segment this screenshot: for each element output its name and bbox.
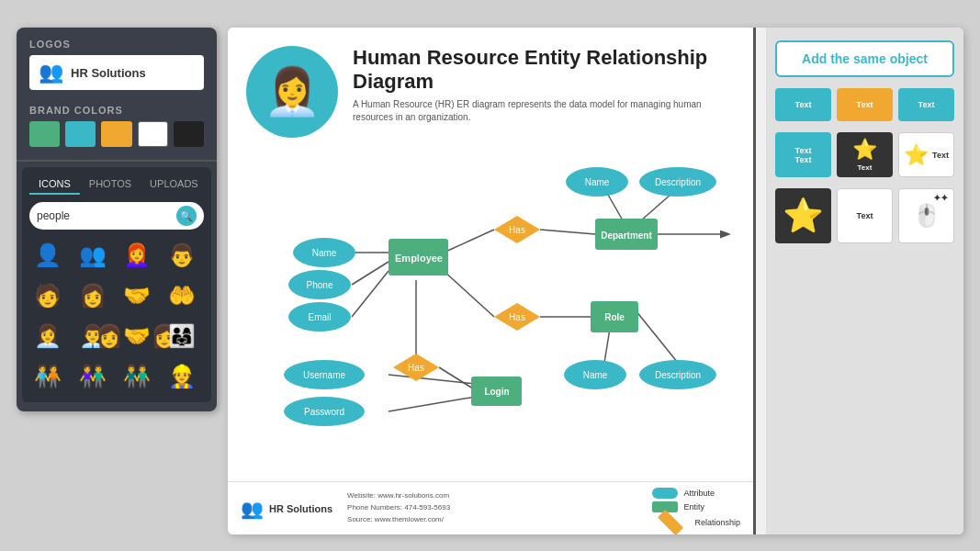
svg-line-2	[352, 271, 389, 317]
svg-text:Email: Email	[308, 312, 331, 322]
footer-legend: Attribute Entity Relationship	[652, 488, 740, 530]
icon-cell-8[interactable]: 🤲	[163, 277, 200, 314]
obj-cell-white-star[interactable]: ⭐ Text	[898, 132, 954, 177]
er-description: A Human Resource (HR) ER diagram represe…	[353, 98, 735, 124]
svg-line-8	[444, 271, 494, 317]
er-photo: 👩‍💼	[246, 46, 338, 138]
obj-label-text: Text	[795, 146, 812, 155]
icon-cell-12[interactable]: 👨‍👩‍👧	[163, 318, 200, 354]
icon-tabs: ICONS PHOTOS UPLOADS	[29, 174, 204, 195]
svg-text:Login: Login	[484, 387, 509, 397]
obj-cell-cyan-2[interactable]: Text	[898, 88, 954, 121]
svg-text:Name: Name	[312, 248, 337, 258]
svg-text:Has: Has	[509, 225, 525, 235]
legend-attribute: Attribute	[652, 488, 740, 499]
svg-line-1	[352, 262, 389, 285]
obj-cell-dark-star[interactable]: ⭐ Text	[837, 132, 893, 177]
icon-cell-7[interactable]: 🤝	[118, 277, 155, 314]
svg-line-13	[439, 367, 476, 390]
icon-cell-15[interactable]: 👬	[118, 358, 155, 395]
swatch-dark[interactable]	[174, 121, 204, 147]
obj-label-text4: Text	[932, 151, 949, 160]
icon-cell-5[interactable]: 🧑	[29, 277, 66, 314]
legend-relationship: Relationship	[652, 515, 740, 530]
obj-cell-dark-bigstar[interactable]: ⭐	[775, 188, 831, 243]
footer-logo-text: HR Solutions	[269, 503, 332, 514]
obj-label-text3: Text	[858, 163, 873, 172]
icon-cell-4[interactable]: 👨	[163, 237, 200, 274]
svg-text:Name: Name	[583, 370, 608, 380]
legend-label-entity: Entity	[683, 502, 704, 512]
legend-box-cyan	[652, 488, 678, 499]
logo-box: 👥 HR Solutions	[29, 55, 204, 90]
object-grid-row2: Text Text ⭐ Text ⭐ Text	[775, 132, 954, 177]
search-button[interactable]: 🔍	[176, 206, 197, 226]
er-area: 👩‍💼 Human Resource Entity Relationship D…	[228, 28, 756, 534]
star-icon-dark: ⭐	[852, 138, 877, 162]
divider	[17, 160, 217, 162]
search-box: 🔍	[29, 202, 204, 230]
icon-cell-6[interactable]: 👩	[74, 277, 111, 314]
icon-cell-9[interactable]: 👩‍💼	[29, 318, 66, 354]
er-footer: 👥 HR Solutions Website: www.hr-solutions…	[228, 481, 753, 534]
logos-section: LOGOS 👥 HR Solutions	[17, 28, 217, 97]
er-title: Human Resource Entity Relationship Diagr…	[353, 46, 735, 95]
obj-cell-orange-1[interactable]: Text	[837, 88, 893, 121]
svg-text:Name: Name	[585, 177, 610, 187]
icon-grid: 👤 👥 👩‍🦰 👨 🧑 👩 🤝 🤲 👩‍💼 👨‍💼 👩‍🤝‍👩 👨‍👩‍👧 🧑‍…	[29, 237, 204, 395]
svg-text:Role: Role	[604, 312, 625, 322]
brand-colors-section: BRAND COLORS	[17, 97, 217, 154]
brand-colors-label: BRAND COLORS	[29, 105, 204, 116]
tab-photos[interactable]: PHOTOS	[80, 174, 141, 195]
svg-line-3	[444, 230, 494, 253]
svg-text:Username: Username	[303, 370, 346, 380]
obj-cell-white-cursor[interactable]: ✦✦ 🖱️	[898, 188, 954, 243]
swatch-cyan[interactable]	[65, 121, 96, 147]
icons-section: ICONS PHOTOS UPLOADS 🔍 👤 👥 👩‍🦰 👨 🧑 👩 🤝 🤲…	[22, 167, 211, 402]
color-swatches	[29, 121, 204, 147]
er-diagram-svg: Employee Name Phone Email Has Department	[228, 147, 756, 450]
footer-website: Website: www.hr-solutions.com	[347, 490, 450, 502]
obj-label-text2: Text	[795, 155, 812, 164]
main-canvas: 👩‍💼 Human Resource Entity Relationship D…	[228, 28, 963, 534]
svg-text:Department: Department	[601, 231, 652, 241]
icon-cell-1[interactable]: 👤	[29, 237, 66, 274]
svg-text:Employee: Employee	[395, 253, 443, 264]
icon-cell-11[interactable]: 👩‍🤝‍👩	[118, 318, 155, 354]
obj-cell-cyan-1[interactable]: Text	[775, 88, 831, 121]
cursor-icon: 🖱️	[913, 203, 941, 229]
obj-cell-white-text[interactable]: Text	[837, 188, 893, 243]
people-icon: 👥	[39, 61, 63, 84]
logos-label: LOGOS	[29, 39, 204, 50]
footer-logo: 👥 HR Solutions	[241, 498, 332, 520]
logo-name: HR Solutions	[71, 66, 146, 80]
swatch-orange[interactable]	[101, 121, 131, 147]
star-icon-white: ⭐	[904, 143, 929, 167]
svg-line-14	[389, 375, 476, 384]
er-diagram-svg-container: Employee Name Phone Email Has Department	[228, 147, 753, 479]
icon-cell-13[interactable]: 🧑‍🤝‍🧑	[29, 358, 66, 395]
footer-logo-icon: 👥	[241, 498, 264, 520]
svg-text:Password: Password	[304, 407, 344, 417]
swatch-green[interactable]	[29, 121, 60, 147]
icon-cell-2[interactable]: 👥	[74, 237, 111, 274]
tab-uploads[interactable]: UPLOADS	[141, 174, 208, 195]
star-icon-big: ⭐	[783, 197, 824, 235]
obj-cell-cyan-text2[interactable]: Text Text	[775, 132, 831, 177]
icon-cell-14[interactable]: 👫	[74, 358, 111, 395]
svg-text:Has: Has	[408, 363, 424, 373]
legend-label-relationship: Relationship	[694, 518, 740, 527]
svg-text:Description: Description	[655, 177, 701, 187]
swatch-white[interactable]	[138, 121, 168, 147]
icon-cell-3[interactable]: 👩‍🦰	[118, 237, 155, 274]
svg-text:Phone: Phone	[307, 280, 333, 290]
object-grid-row3: ⭐ Text ✦✦ 🖱️	[775, 188, 954, 243]
svg-text:Description: Description	[655, 370, 701, 380]
footer-source: Source: www.themlower.com/	[347, 514, 450, 526]
tab-icons[interactable]: ICONS	[29, 174, 80, 195]
search-input[interactable]	[37, 209, 176, 222]
add-same-object-button[interactable]: Add the same object	[775, 40, 954, 77]
object-grid-row1: Text Text Text	[775, 88, 954, 121]
left-panel: LOGOS 👥 HR Solutions BRAND COLORS ICONS …	[17, 28, 217, 411]
icon-cell-16[interactable]: 👷	[163, 358, 200, 395]
